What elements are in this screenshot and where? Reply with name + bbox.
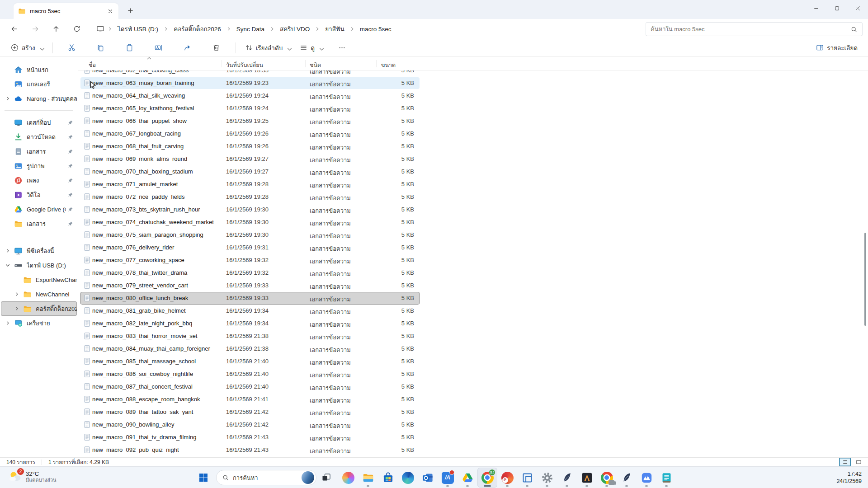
taskbar-app-outlook-icon[interactable] (418, 468, 438, 488)
sidebar-item[interactable]: วิดีโอ (1, 188, 77, 202)
file-row[interactable]: new_macro_063_muay_boran_training16/1/25… (78, 77, 868, 89)
file-row[interactable]: new_macro_083_thai_horror_movie_set16/1/… (78, 330, 868, 343)
share-button[interactable] (179, 41, 197, 55)
copy-button[interactable] (92, 41, 110, 55)
explorer-tab[interactable]: macro 5sec (14, 3, 118, 19)
column-divider[interactable] (222, 60, 222, 67)
file-row[interactable]: new_macro_085_thai_massage_school16/1/25… (78, 355, 868, 368)
taskbar-app-microsoft-store-icon[interactable] (378, 468, 398, 488)
file-row[interactable]: new_macro_074_chatuchak_weekend_market16… (78, 216, 868, 229)
taskbar-app-red-swirl-p-app-icon[interactable]: P (497, 468, 517, 488)
taskbar-app-layered-frames-app-icon[interactable] (517, 468, 537, 488)
taskbar-app-chrome-overlay-app-icon[interactable] (597, 468, 617, 488)
breadcrumb-segment[interactable]: ไดรฟ์ USB (D:) (114, 22, 162, 36)
file-row[interactable]: new_macro_078_thai_twitter_drama16/1/256… (78, 267, 868, 279)
view-button[interactable]: ดู (295, 40, 327, 56)
sidebar-item[interactable]: ไดรฟ์ USB (D:) (1, 258, 77, 272)
taskbar-app-dark-a-app-icon[interactable] (577, 468, 597, 488)
file-row[interactable]: new_macro_086_soi_cowboy_nightlife16/1/2… (78, 368, 868, 380)
taskbar-app-blue-m-app-icon[interactable] (637, 468, 656, 488)
maximize-button[interactable] (826, 0, 847, 16)
breadcrumb-segment[interactable]: ยาสีฟัน (321, 22, 348, 36)
file-row[interactable]: new_macro_073_bts_skytrain_rush_hour16/1… (78, 203, 868, 216)
taskbar-app-quill-app-icon[interactable] (557, 468, 577, 488)
sort-button[interactable]: เรียงลำดับ (241, 40, 296, 56)
file-row[interactable]: new_macro_066_thai_puppet_show16/1/2569 … (78, 115, 868, 127)
sidebar-item[interactable]: แกลเลอรี (1, 77, 77, 91)
rename-button[interactable] (150, 41, 168, 55)
file-row[interactable]: new_macro_087_thai_concert_festival16/1/… (78, 380, 868, 393)
file-row[interactable]: new_macro_079_street_vendor_cart16/1/256… (78, 279, 868, 292)
task-view-button[interactable] (319, 471, 334, 484)
file-row[interactable]: new_macro_071_amulet_market16/1/2569 19:… (78, 178, 868, 191)
taskbar-app-notepad-app-icon[interactable] (656, 468, 676, 488)
chevron-right-icon[interactable] (5, 95, 11, 102)
file-row[interactable]: new_macro_069_monk_alms_round16/1/2569 1… (78, 153, 868, 165)
forward-button[interactable] (28, 22, 42, 36)
taskbar-app-google-drive-icon[interactable] (458, 468, 477, 488)
paste-button[interactable] (121, 41, 139, 55)
file-row[interactable]: new_macro_092_pub_quiz_night16/1/2569 21… (78, 444, 868, 456)
chevron-right-icon[interactable] (5, 320, 11, 326)
sidebar-item[interactable]: Narong - ส่วนบุคคล (1, 91, 77, 106)
sidebar-item[interactable]: เครือข่าย (1, 316, 77, 330)
close-button[interactable] (847, 0, 868, 16)
sidebar-item[interactable]: ExportNewChanel (1, 272, 77, 287)
delete-button[interactable] (208, 41, 226, 55)
large-icons-view-toggle[interactable] (853, 458, 864, 466)
column-divider[interactable] (305, 60, 306, 67)
search-input[interactable]: ค้นหาใน macro 5sec (646, 22, 863, 36)
column-divider[interactable] (376, 60, 377, 67)
up-button[interactable] (49, 22, 63, 36)
start-button[interactable] (197, 471, 210, 484)
file-row[interactable]: new_macro_076_delivery_rider16/1/2569 19… (78, 241, 868, 254)
file-row[interactable]: new_macro_072_rice_paddy_fields16/1/2569… (78, 191, 868, 203)
sidebar-item[interactable]: หน้าแรก (1, 62, 77, 77)
tab-close-icon[interactable] (107, 8, 114, 15)
column-header-date[interactable]: วันที่ปรับเปลี่ยน (226, 61, 263, 70)
taskbar-search-box[interactable]: การค้นหา (216, 470, 316, 485)
back-button[interactable] (7, 22, 22, 36)
chevron-right-icon[interactable] (5, 248, 11, 254)
file-row[interactable]: new_macro_067_longboat_racing16/1/2569 1… (78, 127, 868, 140)
sidebar-item[interactable]: เดสก์ท็อป (1, 115, 77, 130)
column-header-name[interactable]: ชื่อ (89, 61, 96, 70)
refresh-button[interactable] (70, 22, 84, 36)
sidebar-item[interactable]: รูปภาพ (1, 159, 77, 173)
sidebar-item[interactable]: คอร์สติ๊กต็อก2026 (1, 301, 77, 316)
taskbar-app-settings-icon[interactable] (537, 468, 557, 488)
file-row[interactable]: new_macro_089_thai_tattoo_sak_yant16/1/2… (78, 406, 868, 418)
sidebar-item[interactable]: เอกสาร (1, 216, 77, 231)
breadcrumb-segment[interactable]: macro 5sec (356, 24, 395, 34)
taskbar-app-edge-icon[interactable] (398, 468, 418, 488)
chevron-down-icon[interactable] (5, 262, 11, 268)
chevron-right-icon[interactable] (14, 291, 20, 297)
sidebar-item[interactable]: พีซีเครื่องนี้ (1, 244, 77, 258)
chevron-right-icon[interactable] (14, 305, 20, 312)
file-row[interactable]: new_macro_090_bowling_alley16/1/2569 21:… (78, 418, 868, 431)
sidebar-item[interactable]: Google Drive (G: (1, 202, 77, 216)
file-row[interactable]: new_macro_080_office_lunch_break16/1/256… (78, 292, 868, 305)
taskbar-app-blue-slash-a-app-icon[interactable]: /A (438, 468, 458, 488)
column-header-size[interactable]: ขนาด (381, 61, 396, 70)
file-row[interactable]: new_macro_068_thai_fruit_carving16/1/256… (78, 140, 868, 153)
more-options-button[interactable] (333, 41, 351, 55)
details-view-toggle[interactable] (839, 458, 851, 466)
new-button[interactable]: สร้าง (6, 40, 48, 56)
breadcrumb-segment[interactable]: สคริป VDO (276, 22, 313, 36)
column-header-type[interactable]: ชนิด (310, 61, 321, 70)
file-row[interactable]: new_macro_064_thai_silk_weaving16/1/2569… (78, 89, 868, 102)
sidebar-item[interactable]: NewChannel (1, 287, 77, 301)
file-row[interactable]: new_macro_081_grab_bike_helmet16/1/2569 … (78, 305, 868, 317)
taskbar-clock[interactable]: 17:42 24/1/2569 (836, 470, 862, 485)
file-row[interactable]: new_macro_075_siam_paragon_shopping16/1/… (78, 229, 868, 241)
sidebar-item[interactable]: เอกสาร (1, 144, 77, 159)
file-row[interactable]: new_macro_091_thai_tv_drama_filming16/1/… (78, 431, 868, 444)
file-row[interactable]: new_macro_070_thai_boxing_stadium16/1/25… (78, 165, 868, 178)
breadcrumb-segment[interactable]: Sync Data (233, 24, 268, 34)
taskbar-app-chrome-icon[interactable]: SJ (477, 468, 497, 488)
breadcrumb-segment[interactable]: คอร์สติ๊กต็อก2026 (170, 22, 225, 36)
details-pane-button[interactable]: รายละเอียด (811, 40, 862, 56)
file-row[interactable]: new_macro_077_coworking_space16/1/2569 1… (78, 254, 868, 267)
sidebar-item[interactable]: ดาวน์โหลด (1, 130, 77, 144)
